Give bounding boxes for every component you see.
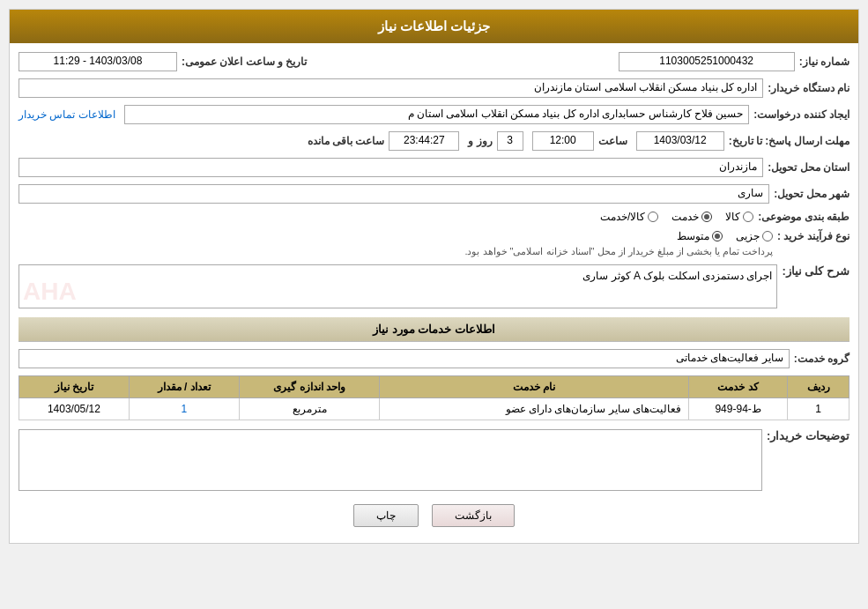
baqi-mande-label: ساعت باقی مانده [308, 135, 385, 147]
tabaqe-label: طبقه بندی موضوعی: [758, 211, 849, 223]
back-button[interactable]: بازگشت [432, 504, 515, 527]
col-code: کد خدمت [688, 376, 787, 398]
shomara-niaz-value: 1103005251000432 [619, 52, 795, 71]
table-row: 1 ط-94-949 فعالیت‌های سایر سازمان‌های دا… [19, 398, 849, 420]
col-radif: ردیف [788, 376, 849, 398]
radio-kala-label: کالا [725, 211, 740, 223]
nam-dastgah-value: اداره کل بنیاد مسکن انقلاب اسلامی استان … [19, 78, 763, 98]
saat-label: ساعت [598, 135, 627, 147]
baqi-mande-value: 23:44:27 [389, 131, 459, 151]
noe-farayand-label: نوع فرآیند خرید : [777, 230, 849, 242]
goroh-khedmat-label: گروه خدمت: [794, 353, 849, 365]
ostan-value: مازندران [19, 158, 763, 177]
radio-khedmat-label: خدمت [671, 211, 699, 223]
rooz-label: روز و [468, 135, 492, 147]
radio-kala-circle[interactable] [743, 212, 753, 222]
radio-mottavasset[interactable]: متوسط [677, 230, 723, 242]
cell-date: 1403/05/12 [19, 398, 130, 420]
shahr-label: شهر محل تحویل: [774, 188, 849, 200]
tozihat-textarea[interactable] [19, 429, 762, 491]
page-header: جزئیات اطلاعات نیاز [10, 10, 858, 43]
goroh-khedmat-value: سایر فعالیت‌های خدماتی [19, 349, 790, 368]
col-name: نام خدمت [380, 376, 688, 398]
shomara-niaz-label: شماره نیاز: [799, 56, 849, 68]
col-count: تعداد / مقدار [129, 376, 239, 398]
radio-kala-khedmat[interactable]: کالا/خدمت [600, 211, 658, 223]
mohlat-date-value: 1403/03/12 [636, 131, 724, 151]
radio-jezee-circle[interactable] [762, 231, 773, 241]
action-buttons: بازگشت چاپ [19, 504, 849, 527]
radio-jezee[interactable]: جزیی [736, 230, 773, 242]
radio-mottavasset-circle[interactable] [712, 231, 723, 241]
farayand-radio-group: جزیی متوسط [19, 230, 773, 242]
cell-radif: 1 [788, 398, 849, 420]
radio-jezee-label: جزیی [736, 230, 760, 242]
tarikhe-elan-value: 1403/03/08 - 11:29 [19, 52, 177, 71]
cell-count: 1 [129, 398, 239, 420]
cell-unit: مترمربع [239, 398, 380, 420]
ostan-label: استان محل تحویل: [768, 161, 849, 174]
col-unit: واحد اندازه گیری [239, 376, 380, 398]
services-table: ردیف کد خدمت نام خدمت واحد اندازه گیری ت… [19, 375, 849, 420]
tarikhe-elan-label: تاریخ و ساعت اعلان عمومی: [182, 56, 307, 68]
shahr-value: ساری [19, 184, 769, 204]
cell-name: فعالیت‌های سایر سازمان‌های دارای عضو [380, 398, 688, 420]
saat-value: 12:00 [532, 131, 594, 151]
sharh-value: اجرای دستمزدی اسکلت بلوک A کوثر ساری [582, 270, 772, 282]
page-title: جزئیات اطلاعات نیاز [378, 19, 490, 33]
tammas-link[interactable]: اطلاعات تماس خریدار [19, 108, 115, 121]
radio-kala-khedmat-circle[interactable] [648, 212, 658, 222]
radio-kala[interactable]: کالا [725, 211, 753, 223]
ijad-konande-label: ایجاد کننده درخواست: [753, 108, 849, 121]
radio-kala-khedmat-label: کالا/خدمت [600, 211, 645, 223]
tabaqe-radio-group: کالا خدمت کالا/خدمت [600, 211, 753, 223]
radio-khedmat[interactable]: خدمت [671, 211, 712, 223]
radio-khedmat-circle[interactable] [701, 212, 712, 222]
cell-code: ط-94-949 [688, 398, 787, 420]
print-button[interactable]: چاپ [353, 504, 419, 527]
ijad-konande-value: حسین فلاح کارشناس حسابداری اداره کل بنیا… [124, 105, 750, 124]
radio-mottavasset-label: متوسط [677, 230, 709, 242]
mohlat-label: مهلت ارسال پاسخ: تا تاریخ: [729, 135, 849, 147]
nam-dastgah-label: نام دستگاه خریدار: [768, 82, 849, 94]
col-date: تاریخ نیاز [19, 376, 130, 398]
rooz-value: 3 [497, 131, 523, 151]
sharh-label: شرح کلی نیاز: [782, 264, 849, 278]
khadamat-section-title: اطلاعات خدمات مورد نیاز [19, 317, 849, 342]
farayand-note: پرداخت تمام یا بخشی از مبلغ خریدار از مح… [19, 246, 773, 257]
tozihat-label: توضیحات خریدار: [767, 429, 849, 442]
